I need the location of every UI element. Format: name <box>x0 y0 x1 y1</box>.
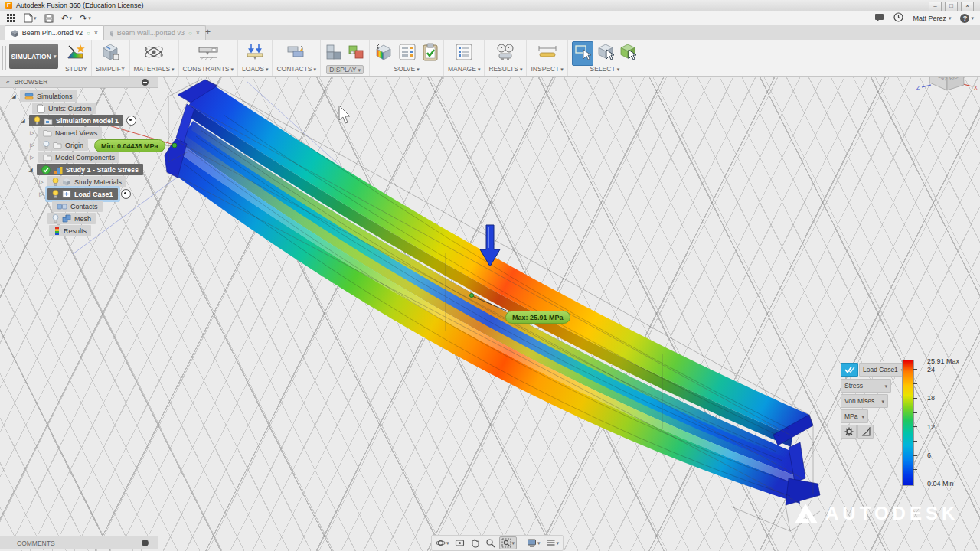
visibility-bulb-icon[interactable] <box>34 116 41 125</box>
browser-row-study1[interactable]: ◢ Study 1 - Static Stress <box>28 164 143 175</box>
app-grid-menu-icon[interactable] <box>6 13 16 23</box>
document-tab-active[interactable]: Beam Pin...orted v2 ○ × <box>5 25 104 40</box>
file-menu-caret[interactable]: ▾ <box>34 15 37 21</box>
constraints-label[interactable]: CONSTRAINTS <box>183 65 230 73</box>
loads-label[interactable]: LOADS <box>242 65 264 73</box>
comments-panel[interactable]: COMMENTS <box>0 536 158 549</box>
collapsed-icon[interactable]: ▷ <box>29 130 35 136</box>
visibility-bulb-icon[interactable] <box>52 190 59 198</box>
browser-row-model-components[interactable]: ▷ Model Components <box>29 152 119 163</box>
component-dropdown[interactable]: Von Mises ▾ <box>841 394 888 408</box>
solve-icon[interactable] <box>374 42 394 65</box>
display-compare-icon[interactable] <box>347 42 365 65</box>
manage-icon[interactable] <box>454 42 474 65</box>
select-label[interactable]: SELECT <box>590 65 616 73</box>
browser-collapse-icon[interactable]: « <box>6 79 9 86</box>
notifications-icon[interactable] <box>874 13 884 24</box>
study-label[interactable]: STUDY <box>65 65 87 73</box>
browser-row-origin[interactable]: ▷ Origin <box>29 139 88 151</box>
close-tab-icon[interactable]: × <box>94 29 98 37</box>
panel-grip[interactable] <box>2 46 6 70</box>
file-menu-icon[interactable]: ▾ <box>24 13 37 23</box>
solve-caret[interactable]: ▾ <box>416 67 420 72</box>
inspect-caret[interactable]: ▾ <box>560 67 564 72</box>
select-freeform-icon[interactable] <box>597 43 616 64</box>
workspace-selector[interactable]: SIMULATION▾ <box>9 44 58 69</box>
manage-caret[interactable]: ▾ <box>478 67 481 72</box>
legend-visibility-toggle[interactable] <box>841 363 858 377</box>
display-settings-button[interactable]: ▾ <box>525 537 542 549</box>
collapsed-icon[interactable]: ▷ <box>29 142 35 148</box>
max-stress-badge[interactable]: Max: 25.91 MPa <box>505 311 570 324</box>
browser-panel-header[interactable]: « BROWSER <box>0 77 158 88</box>
display-degrees-icon[interactable] <box>325 42 343 65</box>
constraints-icon[interactable] <box>197 42 220 65</box>
look-at-button[interactable] <box>453 537 466 549</box>
expanded-icon[interactable]: ◢ <box>28 167 34 173</box>
collapsed-icon[interactable]: ▷ <box>38 191 44 197</box>
display-caret[interactable]: ▾ <box>358 67 361 73</box>
simplify-label[interactable]: SIMPLIFY <box>96 65 126 73</box>
select-window-icon[interactable] <box>572 41 593 66</box>
contacts-icon[interactable] <box>286 42 307 65</box>
browser-row-simulation-model[interactable]: ◢ Simulation Model 1 <box>20 115 136 126</box>
job-status-clock-icon[interactable] <box>893 12 903 24</box>
result-type-dropdown[interactable]: Stress ▾ <box>841 379 891 393</box>
undo-icon[interactable]: ↶▾ <box>61 13 73 24</box>
inspect-measure-icon[interactable] <box>536 42 559 65</box>
pre-check-icon[interactable] <box>421 42 439 65</box>
grid-layout-button[interactable]: ▾ <box>544 537 561 549</box>
browser-row-simulations[interactable]: ◢ Simulations <box>11 90 77 102</box>
browser-row-units[interactable]: Units: Custom <box>32 103 96 114</box>
load-case-dropdown[interactable]: Load Case1 ▾ <box>859 363 903 377</box>
solve-label[interactable]: SOLVE <box>394 65 415 73</box>
results-label[interactable]: RESULTS <box>488 65 518 73</box>
collapsed-icon[interactable]: ▷ <box>38 179 44 185</box>
select-caret[interactable]: ▾ <box>617 67 620 72</box>
orbit-button[interactable]: ▾ <box>434 537 451 549</box>
redo-icon[interactable]: ↷▾ <box>80 13 91 24</box>
fit-button[interactable]: ▾ <box>499 536 518 549</box>
legend-settings-button[interactable] <box>841 425 857 439</box>
activate-model-radio[interactable] <box>126 116 136 126</box>
save-icon[interactable] <box>44 14 54 23</box>
undo-caret[interactable]: ▾ <box>70 15 73 21</box>
display-label[interactable]: DISPLAY <box>329 66 356 73</box>
constraints-caret[interactable]: ▾ <box>231 67 234 72</box>
browser-options-icon[interactable] <box>142 79 149 86</box>
results-caret[interactable]: ▾ <box>520 67 523 72</box>
expanded-icon[interactable]: ◢ <box>20 118 26 124</box>
force-load-arrow[interactable] <box>480 225 500 266</box>
activate-load-case-radio[interactable] <box>121 189 131 199</box>
results-icon[interactable] <box>495 42 516 65</box>
loads-caret[interactable]: ▾ <box>266 67 269 72</box>
document-tab-inactive[interactable]: Beam Wall...ported v3 ○ × <box>103 25 206 40</box>
inspect-label[interactable]: INSPECT <box>531 65 559 73</box>
browser-row-named-views[interactable]: ▷ Named Views <box>29 127 102 139</box>
visibility-bulb-icon[interactable] <box>43 141 50 149</box>
materials-label[interactable]: MATERIALS <box>134 65 171 73</box>
materials-icon[interactable] <box>143 42 165 65</box>
browser-row-study-materials[interactable]: ▷ Study Materials <box>38 176 126 187</box>
expanded-icon[interactable]: ◢ <box>11 93 17 99</box>
browser-row-results[interactable]: Results <box>49 225 91 236</box>
simplify-icon[interactable] <box>100 42 120 65</box>
browser-row-load-case1[interactable]: ▷ Load Case1 <box>38 188 131 200</box>
min-stress-badge[interactable]: Min: 0.04436 MPa <box>94 139 165 152</box>
user-account-menu[interactable]: Matt Perez ▾ <box>913 15 951 22</box>
browser-row-contacts[interactable]: Contacts <box>52 201 103 212</box>
solve-details-icon[interactable] <box>397 42 417 65</box>
redo-caret[interactable]: ▾ <box>88 15 91 21</box>
close-tab-icon[interactable]: × <box>196 29 200 37</box>
visibility-bulb-icon[interactable] <box>52 178 59 186</box>
legend-ramp-button[interactable] <box>858 425 874 439</box>
collapsed-icon[interactable]: ▷ <box>29 155 35 161</box>
help-menu[interactable]: ? ▾ <box>960 14 974 23</box>
materials-caret[interactable]: ▾ <box>172 67 175 72</box>
pan-button[interactable] <box>469 537 482 549</box>
new-study-icon[interactable] <box>66 42 86 65</box>
browser-row-mesh[interactable]: Mesh <box>47 213 96 224</box>
zoom-button[interactable] <box>484 537 497 549</box>
select-paint-icon[interactable] <box>619 43 638 64</box>
manage-label[interactable]: MANAGE <box>448 65 476 73</box>
